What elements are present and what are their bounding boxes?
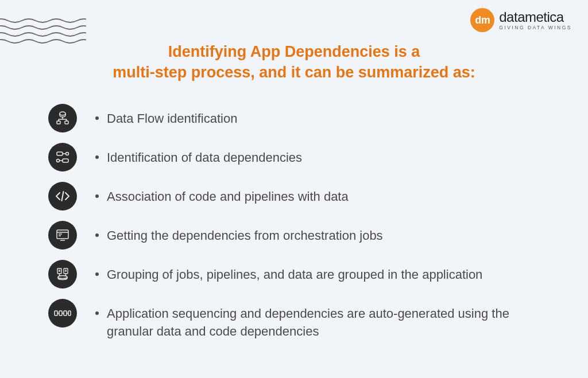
group-icon — [48, 260, 77, 289]
list-item: Data Flow identification — [48, 104, 554, 133]
step-text: Data Flow identification — [107, 110, 237, 128]
bullet-icon — [95, 311, 99, 315]
list-item: Identification of data dependencies — [48, 143, 554, 172]
flow-icon — [48, 104, 77, 133]
terminal-icon — [48, 221, 77, 250]
list-item: Grouping of jobs, pipelines, and data ar… — [48, 260, 554, 289]
svg-point-25 — [58, 275, 67, 278]
svg-rect-26 — [55, 311, 57, 315]
step-text: Getting the dependencies from orchestrat… — [107, 227, 383, 245]
bullet-icon — [95, 272, 99, 276]
heading-line-1: Identifying App Dependencies is a — [168, 43, 420, 60]
svg-rect-6 — [65, 121, 68, 124]
code-icon — [48, 182, 77, 211]
svg-line-13 — [62, 192, 64, 201]
bullet-icon — [95, 194, 99, 198]
heading-line-2: multi-step process, and it can be summar… — [113, 64, 475, 81]
step-text: Grouping of jobs, pipelines, and data ar… — [107, 266, 482, 284]
list-item: Association of code and pipelines with d… — [48, 182, 554, 211]
svg-point-11 — [57, 159, 60, 162]
svg-point-8 — [66, 152, 69, 155]
svg-rect-5 — [57, 121, 60, 124]
svg-point-0 — [60, 112, 65, 115]
bullet-icon — [95, 116, 99, 120]
step-text: Association of code and pipelines with d… — [107, 188, 349, 206]
brand-mark: dm — [470, 8, 494, 32]
bullet-icon — [95, 155, 99, 159]
brand-name: datametica — [499, 10, 572, 24]
wavy-decoration — [0, 16, 86, 50]
page-heading: Identifying App Dependencies is a multi-… — [0, 41, 588, 83]
list-item: Getting the dependencies from orchestrat… — [48, 221, 554, 250]
sequence-icon — [48, 299, 77, 328]
svg-rect-27 — [59, 311, 62, 315]
list-item: Application sequencing and dependencies … — [48, 299, 554, 341]
svg-rect-28 — [64, 311, 67, 315]
brand-tagline: GIVING DATA WINGS — [499, 25, 572, 30]
step-text: Application sequencing and dependencies … — [107, 305, 554, 341]
steps-list: Data Flow identification Identification … — [0, 104, 588, 341]
brand-logo: dm datametica GIVING DATA WINGS — [470, 8, 572, 32]
svg-rect-10 — [63, 159, 68, 162]
svg-rect-29 — [68, 311, 71, 315]
svg-rect-7 — [57, 152, 63, 155]
bullet-icon — [95, 233, 99, 237]
dependency-icon — [48, 143, 77, 172]
step-text: Identification of data dependencies — [107, 149, 302, 167]
